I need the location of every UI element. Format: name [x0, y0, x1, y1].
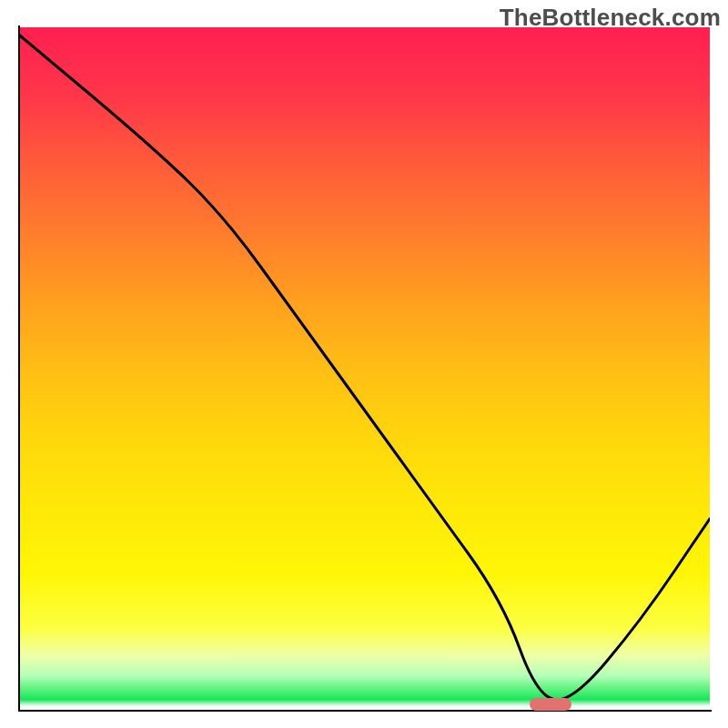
x-axis [18, 710, 712, 712]
curve-layer [18, 27, 710, 710]
chart-container: TheBottleneck.com [0, 0, 728, 728]
optimal-marker [530, 698, 571, 711]
bottleneck-curve [18, 35, 710, 701]
